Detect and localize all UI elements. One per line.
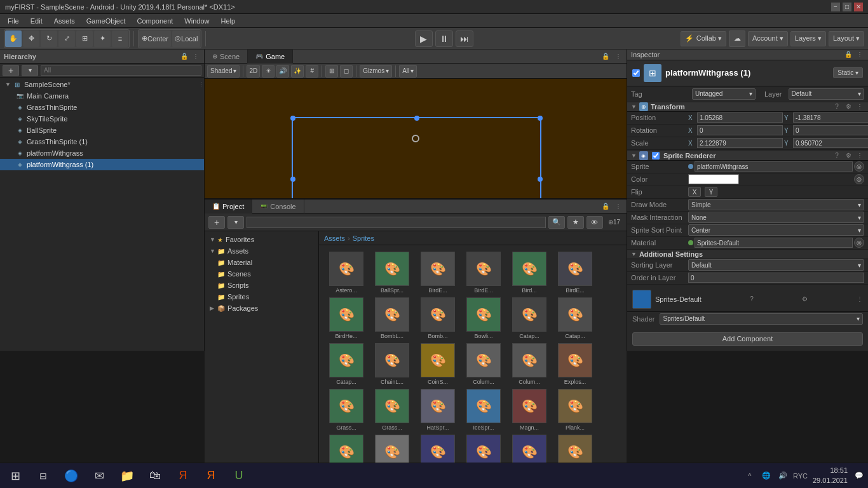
taskbar-clock[interactable]: 18:51 29.01.2021	[813, 466, 848, 485]
move-tool[interactable]: ✥	[23, 30, 39, 47]
layer-dropdown[interactable]: Default ▾	[789, 88, 864, 100]
pivot-button[interactable]: ⊕ Center	[139, 30, 171, 47]
material-field[interactable]	[695, 238, 853, 248]
rotation-x-field[interactable]	[697, 125, 783, 135]
transform-section-header[interactable]: ▼ ⊕ Transform ? ⚙ ⋮	[627, 102, 868, 112]
menu-assets[interactable]: Assets	[49, 16, 80, 26]
sprite-field[interactable]	[695, 161, 853, 172]
position-y-field[interactable]	[793, 112, 868, 123]
sprite-item[interactable]: 🎨 Magn...	[507, 388, 552, 432]
sprite-item[interactable]: 🎨 ChainL...	[370, 342, 414, 386]
sprite-item[interactable]: 🎨 BombL...	[370, 296, 414, 341]
draw-mode-dropdown[interactable]: Simple ▾	[688, 199, 864, 210]
2d-button[interactable]: 2D	[247, 65, 260, 78]
app-icon-2[interactable]: ✉	[86, 464, 112, 487]
sr-active-checkbox[interactable]	[652, 152, 660, 159]
bottom-lock-icon[interactable]: 🔒	[601, 202, 610, 211]
tab-game[interactable]: 🎮 Game	[248, 50, 293, 64]
material-picker-button[interactable]: ◎	[854, 238, 864, 248]
handle-mr[interactable]	[538, 177, 543, 182]
app-icon-1[interactable]: 🔵	[58, 464, 84, 487]
hier-item-platformwithgrass1[interactable]: ◈ platformWithgrass (1)	[0, 159, 204, 170]
inspector-menu-icon[interactable]: ⋮	[855, 50, 864, 59]
sprite-item[interactable]: 🎨 Explos...	[553, 342, 597, 386]
sprite-item[interactable]: 🎨 IceSpr...	[461, 388, 506, 432]
flip-x-button[interactable]: X	[688, 187, 701, 197]
shader-dropdown[interactable]: Sprites/Default ▾	[660, 313, 863, 325]
sprite-item[interactable]: 🎨 BirdE...	[461, 250, 506, 295]
proj-scripts[interactable]: 📁 Scripts	[205, 280, 318, 291]
sprite-item[interactable]: 🎨 Bomb...	[416, 296, 460, 341]
sprite-item[interactable]: 🎨 Catap...	[507, 296, 552, 341]
menu-gameobject[interactable]: GameObject	[81, 16, 131, 26]
hierarchy-add-button[interactable]: +	[3, 65, 19, 76]
pause-button[interactable]: ⏸	[435, 30, 453, 47]
sprite-item[interactable]: 🎨 Colum...	[507, 342, 552, 386]
cloud-button[interactable]: ☁	[729, 30, 745, 47]
sprite-item[interactable]: 🎨 CoinS...	[416, 342, 460, 386]
project-search-btn[interactable]: 🔍	[548, 216, 565, 229]
color-picker-button[interactable]: ◎	[854, 174, 864, 184]
menu-help[interactable]: Help	[215, 16, 240, 26]
tab-project[interactable]: 📋 Project	[205, 200, 252, 214]
handle-tl[interactable]	[290, 116, 295, 121]
tag-dropdown[interactable]: Untagged ▾	[692, 88, 756, 100]
custom-tool[interactable]: ≡	[112, 30, 128, 47]
play-button[interactable]: ▶	[415, 30, 433, 47]
sr-help-icon[interactable]: ?	[832, 151, 841, 160]
proj-scenes[interactable]: 📁 Scenes	[205, 268, 318, 280]
rotate-tool[interactable]: ↻	[41, 30, 57, 47]
hier-item-grassthinsprite[interactable]: ◈ GrassThinSprite	[0, 102, 204, 113]
app-icon-6[interactable]: Я	[198, 464, 224, 487]
notification-button[interactable]: 💬	[853, 470, 865, 482]
hierarchy-search-input[interactable]	[41, 65, 201, 76]
light-button[interactable]: ☀	[262, 65, 275, 78]
sprite-item[interactable]: 🎨 HatSpr...	[416, 388, 460, 432]
menu-file[interactable]: File	[3, 16, 24, 26]
inspector-lock-icon[interactable]: 🔒	[844, 50, 853, 59]
project-add-button[interactable]: +	[208, 216, 225, 229]
project-star-btn[interactable]: ★	[567, 216, 584, 229]
position-x-field[interactable]	[697, 112, 783, 123]
flip-y-button[interactable]: Y	[705, 187, 717, 197]
static-button[interactable]: Static ▾	[833, 67, 863, 78]
sprite-item[interactable]: 🎨 Colum...	[461, 342, 506, 386]
sprite-renderer-header[interactable]: ▼ ◈ Sprite Renderer ? ⚙ ⋮	[627, 151, 868, 161]
sprite-item[interactable]: 🎨 BirdE...	[416, 250, 460, 295]
sprite-item[interactable]: 🎨 Grass...	[370, 388, 414, 432]
network-icon[interactable]: 🌐	[760, 470, 773, 482]
sprite-item[interactable]: 🎨 Bowli...	[461, 296, 506, 341]
start-button[interactable]: ⊞	[3, 464, 28, 487]
proj-sprites[interactable]: 📁 Sprites	[205, 291, 318, 302]
bottom-menu-icon[interactable]: ⋮	[614, 202, 623, 211]
sprite-item[interactable]: 🎨 BallSpr...	[370, 250, 414, 295]
handle-ml[interactable]	[290, 177, 295, 182]
hierarchy-lock-icon[interactable]: 🔒	[180, 52, 189, 61]
sorting-layer-dropdown[interactable]: Default ▾	[688, 259, 864, 271]
proj-material[interactable]: 📁 Material	[205, 257, 318, 268]
project-search-input[interactable]	[247, 217, 546, 228]
account-button[interactable]: Account ▾	[748, 31, 788, 46]
sprite-item[interactable]: 🎨 Catap...	[324, 342, 369, 386]
menu-component[interactable]: Component	[132, 16, 178, 26]
menu-window[interactable]: Window	[179, 16, 214, 26]
tab-console[interactable]: 📟 Console	[252, 200, 304, 214]
hier-options[interactable]: ⋮	[198, 81, 204, 88]
proj-favorites[interactable]: ▼ ★ Favorites	[205, 234, 318, 245]
material-settings-icon[interactable]: ⚙	[802, 295, 808, 302]
order-field[interactable]	[688, 273, 864, 283]
hier-item-skytilesprite[interactable]: ◈ SkyTileSprite	[0, 113, 204, 125]
app-icon-3[interactable]: 📁	[114, 464, 140, 487]
notify-arrow[interactable]: ^	[743, 470, 756, 482]
sprite-item[interactable]: 🎨 Catap...	[553, 296, 597, 341]
object-active-checkbox[interactable]	[632, 69, 640, 77]
hier-item-maincamera[interactable]: 📷 Main Camera	[0, 90, 204, 102]
gizmos-dropdown[interactable]: Gizmos ▾	[360, 65, 392, 78]
sprite-item[interactable]: 🎨 BirdE...	[553, 250, 597, 295]
sprite-item[interactable]: 🎨 Grass...	[324, 388, 369, 432]
sr-more-icon[interactable]: ⋮	[855, 151, 864, 160]
project-eye-btn[interactable]: 👁	[587, 216, 603, 229]
tab-lock-icon[interactable]: 🔒	[601, 52, 610, 61]
hierarchy-menu-icon[interactable]: ⋮	[191, 52, 200, 61]
transform-more-icon[interactable]: ⋮	[855, 102, 864, 111]
